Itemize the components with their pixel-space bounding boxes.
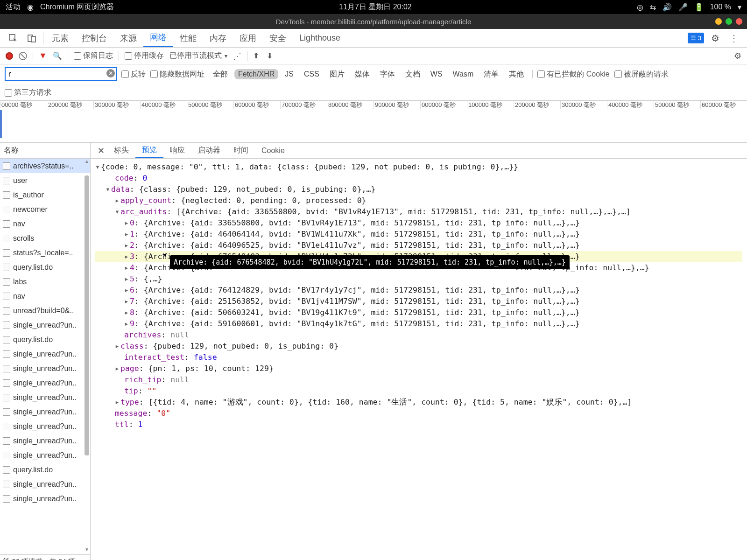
request-row[interactable]: single_unread?un.. xyxy=(0,347,90,361)
detail-tab-Cookie[interactable]: Cookie xyxy=(255,143,291,158)
json-class[interactable]: class: {pubed: 129, not_pubed: 0, is_pub… xyxy=(95,341,742,352)
detail-tab-时间[interactable]: 时间 xyxy=(227,143,255,158)
json-archives[interactable]: archives: null xyxy=(95,329,742,341)
json-tip[interactable]: tip: "" xyxy=(95,385,742,397)
json-page[interactable]: page: {pn: 1, ps: 10, count: 129} xyxy=(95,363,742,374)
battery-icon[interactable]: 🔋 xyxy=(694,3,704,12)
clear-filter-icon[interactable]: ✕ xyxy=(106,69,115,77)
filter-type-清单[interactable]: 清单 xyxy=(480,69,502,80)
third-party-checkbox[interactable]: 第三方请求 xyxy=(5,88,742,98)
json-arc-9[interactable]: 9: {Archive: {aid: 591600601, bvid: "BV1… xyxy=(95,318,742,329)
tab-内存[interactable]: 内存 xyxy=(203,29,233,47)
upload-har-icon[interactable]: ⬆ xyxy=(253,51,259,60)
json-apply-count[interactable]: apply_count: {neglected: 0, pending: 0, … xyxy=(95,195,742,206)
minimize-button[interactable] xyxy=(715,18,722,25)
maximize-button[interactable] xyxy=(726,18,732,25)
menubar-activity[interactable]: 活动 xyxy=(6,2,21,12)
request-row[interactable]: labs xyxy=(0,274,90,289)
detail-tab-响应[interactable]: 响应 xyxy=(163,143,191,158)
filter-input[interactable] xyxy=(5,67,117,81)
record-button[interactable] xyxy=(6,52,13,60)
scrollbar-thumb[interactable] xyxy=(85,175,89,455)
device-toolbar-icon[interactable] xyxy=(22,29,41,47)
menubar-datetime[interactable]: 11月7日 星期日 20:02 xyxy=(339,3,412,11)
menubar-appname[interactable]: Chromium 网页浏览器 xyxy=(40,2,114,12)
request-row[interactable]: unread?build=0&.. xyxy=(0,303,90,318)
more-menu-icon[interactable]: ⋮ xyxy=(725,29,743,47)
network-timeline[interactable]: 00000 毫秒200000 毫秒300000 毫秒400000 毫秒50000… xyxy=(0,101,747,143)
request-row[interactable]: single_unread?un.. xyxy=(0,390,90,405)
tab-应用[interactable]: 应用 xyxy=(233,29,263,47)
request-row[interactable]: archives?status=.. xyxy=(0,159,90,173)
json-data[interactable]: data: {class: {pubed: 129, not_pubed: 0,… xyxy=(95,184,742,195)
request-row[interactable]: user xyxy=(0,173,90,188)
tab-Lighthouse[interactable]: Lighthouse xyxy=(293,29,347,47)
detail-tab-标头[interactable]: 标头 xyxy=(107,143,135,158)
requests-header[interactable]: 名称 xyxy=(0,143,90,159)
json-arc-6[interactable]: 6: {Archive: {aid: 764124829, bvid: "BV1… xyxy=(95,285,742,296)
json-rich-tip[interactable]: rich_tip: null xyxy=(95,374,742,385)
tab-网络[interactable]: 网络 xyxy=(143,29,173,47)
tab-元素[interactable]: 元素 xyxy=(45,29,75,47)
network-conditions-icon[interactable]: ⋰ xyxy=(233,51,241,61)
filter-type-WS[interactable]: WS xyxy=(427,69,446,79)
filter-toggle-icon[interactable]: ▼ xyxy=(39,51,47,61)
request-row[interactable]: single_unread?un.. xyxy=(0,419,90,434)
request-row[interactable]: status?s_locale=.. xyxy=(0,245,90,260)
filter-type-全部[interactable]: 全部 xyxy=(209,69,232,80)
network-icon[interactable]: ⇆ xyxy=(650,3,656,12)
close-button[interactable] xyxy=(736,18,742,25)
hide-data-urls-checkbox[interactable]: 隐藏数据网址 xyxy=(150,70,204,79)
invert-checkbox[interactable]: 反转 xyxy=(121,70,146,79)
filter-type-图片[interactable]: 图片 xyxy=(326,69,348,80)
filter-type-媒体[interactable]: 媒体 xyxy=(351,69,374,80)
json-arc-5[interactable]: 5: {,…} xyxy=(95,273,742,285)
throttling-select[interactable]: 已停用节流模式▾ xyxy=(169,51,227,61)
request-row[interactable]: nav xyxy=(0,289,90,303)
filter-type-字体[interactable]: 字体 xyxy=(376,69,399,80)
request-row[interactable]: query.list.do xyxy=(0,332,90,347)
filter-type-其他[interactable]: 其他 xyxy=(505,69,528,80)
detail-tab-预览[interactable]: 预览 xyxy=(135,143,163,158)
filter-type-CSS[interactable]: CSS xyxy=(300,69,323,79)
request-row[interactable]: nav xyxy=(0,217,90,231)
clear-button[interactable] xyxy=(17,50,28,62)
json-message[interactable]: message: "0" xyxy=(95,408,742,419)
request-row[interactable]: single_unread?un.. xyxy=(0,376,90,390)
blocked-requests-checkbox[interactable]: 被屏蔽的请求 xyxy=(614,70,669,79)
json-arc-2[interactable]: 2: {Archive: {aid: 464096525, bvid: "BV1… xyxy=(95,240,742,251)
filter-type-文档[interactable]: 文档 xyxy=(402,69,424,80)
search-icon[interactable]: 🔍 xyxy=(53,51,62,60)
json-arc-7[interactable]: 7: {Archive: {aid: 251563852, bvid: "BV1… xyxy=(95,296,742,307)
inspect-element-icon[interactable] xyxy=(4,29,22,47)
request-row[interactable]: single_unread?un.. xyxy=(0,318,90,332)
blocked-cookies-checkbox[interactable]: 有已拦截的 Cookie xyxy=(537,70,609,79)
settings-gear-icon[interactable]: ⚙ xyxy=(706,29,725,47)
requests-scrollbar[interactable]: ▲ ▼ xyxy=(84,159,90,554)
filter-type-Fetch/XHR[interactable]: Fetch/XHR xyxy=(234,69,278,79)
tab-安全[interactable]: 安全 xyxy=(263,29,293,47)
tab-来源[interactable]: 来源 xyxy=(113,29,143,47)
json-root[interactable]: {code: 0, message: "0", ttl: 1, data: {c… xyxy=(95,161,742,173)
tab-性能[interactable]: 性能 xyxy=(173,29,203,47)
network-settings-icon[interactable]: ⚙ xyxy=(734,51,741,61)
json-arc-1[interactable]: 1: {Archive: {aid: 464064144, bvid: "BV1… xyxy=(95,229,742,240)
request-row[interactable]: single_unread?un.. xyxy=(0,434,90,448)
filter-type-Wasm[interactable]: Wasm xyxy=(449,69,478,79)
json-arc-0[interactable]: 0: {Archive: {aid: 336550800, bvid: "BV1… xyxy=(95,217,742,229)
filter-type-JS[interactable]: JS xyxy=(281,69,297,79)
preview-body[interactable]: {code: 0, message: "0", ttl: 1, data: {c… xyxy=(91,159,747,560)
request-row[interactable]: single_unread?un.. xyxy=(0,405,90,419)
request-row[interactable]: single_unread?un.. xyxy=(0,361,90,376)
request-row[interactable]: query.list.do xyxy=(0,260,90,274)
request-row[interactable]: newcomer xyxy=(0,202,90,217)
detail-tab-启动器[interactable]: 启动器 xyxy=(191,143,227,158)
tab-控制台[interactable]: 控制台 xyxy=(75,29,113,47)
preserve-log-checkbox[interactable]: 保留日志 xyxy=(74,51,113,61)
json-type[interactable]: type: [{tid: 4, name: "游戏", count: 0}, {… xyxy=(95,397,742,408)
json-ttl[interactable]: ttl: 1 xyxy=(95,419,742,430)
request-row[interactable]: single_unread?un.. xyxy=(0,448,90,462)
json-arc-audits[interactable]: arc_audits: [{Archive: {aid: 336550800, … xyxy=(95,206,742,217)
close-detail-icon[interactable]: ✕ xyxy=(94,143,107,158)
request-row[interactable]: query.list.do xyxy=(0,462,90,477)
